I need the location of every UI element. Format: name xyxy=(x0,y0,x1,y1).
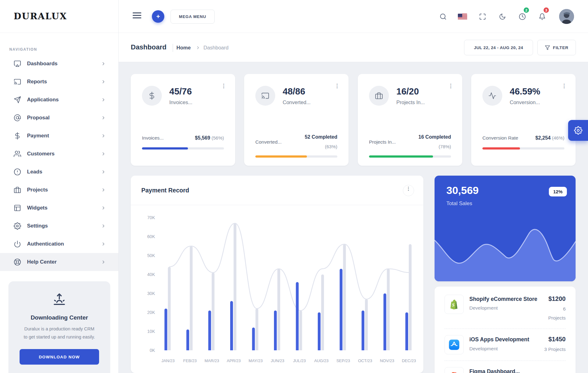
svg-text:MAR/23: MAR/23 xyxy=(205,358,219,363)
menu-icon[interactable] xyxy=(133,12,141,18)
clock-badge: 2 xyxy=(523,7,530,13)
payment-record-card: Payment Record ⋮ 0K10K20K30K40K50K60K70K… xyxy=(131,176,423,373)
project-category: Development xyxy=(469,305,548,311)
sidebar-item-label: Applications xyxy=(27,97,59,103)
gear-icon xyxy=(14,222,21,230)
sales-wave-chart xyxy=(435,228,576,281)
svg-text:JUL/23: JUL/23 xyxy=(293,358,306,363)
kebab-menu-icon[interactable]: ⋮ xyxy=(333,85,341,93)
stat-value: 45/76 xyxy=(169,86,192,97)
logo-box[interactable]: DURALUX xyxy=(0,0,118,33)
stat-footer-pct: (56%) xyxy=(212,135,224,140)
sidebar-item-label: Customers xyxy=(27,151,55,157)
divider xyxy=(444,329,566,329)
sidebar-item-applications[interactable]: Applications xyxy=(0,91,118,109)
project-amount: $1450 xyxy=(544,336,566,343)
sidebar-item-help-center[interactable]: Help Center xyxy=(0,253,118,271)
mega-menu-button[interactable]: MEGA MENU xyxy=(171,10,215,24)
bell-badge: 3 xyxy=(543,7,549,13)
svg-text:0K: 0K xyxy=(150,348,155,353)
sidebar-item-reports[interactable]: Reports xyxy=(0,73,118,91)
list-item[interactable]: iOS Apps Development Development $1450 3… xyxy=(444,335,566,354)
upload-icon xyxy=(51,291,67,307)
page-title: Dashboard xyxy=(131,43,166,51)
sidebar-item-authentication[interactable]: Authentication xyxy=(0,235,118,253)
sidebar-item-dashboards[interactable]: Dashboards xyxy=(0,55,118,73)
language-flag-icon[interactable] xyxy=(458,14,467,20)
bell-icon[interactable] xyxy=(539,13,546,20)
funnel-icon xyxy=(545,45,550,50)
svg-text:OCT/23: OCT/23 xyxy=(358,358,372,363)
app-store-icon xyxy=(444,335,464,354)
sidebar: DURALUX NAVIGATION Dashboards Reports Ap… xyxy=(0,0,119,373)
card-title: Payment Record xyxy=(141,187,189,194)
figma-icon xyxy=(444,367,464,373)
theme-customizer-button[interactable] xyxy=(568,120,588,141)
quick-add-button[interactable]: + xyxy=(152,10,164,23)
downloading-center-title: Downloading Center xyxy=(8,314,110,321)
stat-card-invoices: 45/76 Invoices... ⋮ Invoices... $5,569 (… xyxy=(131,74,235,166)
avatar[interactable] xyxy=(559,9,574,24)
chevron-right-icon xyxy=(101,151,106,156)
svg-text:20K: 20K xyxy=(147,310,155,315)
chevron-right-icon xyxy=(101,187,106,192)
progress-bar xyxy=(369,155,451,158)
kebab-menu-icon[interactable]: ⋮ xyxy=(560,85,568,93)
clock-icon[interactable] xyxy=(519,13,526,20)
stat-footer-value: 52 Completed xyxy=(305,134,337,140)
divider xyxy=(444,361,566,361)
svg-text:AUG/23: AUG/23 xyxy=(314,358,328,363)
svg-text:NOV/23: NOV/23 xyxy=(380,358,394,363)
kebab-menu-icon[interactable]: ⋮ xyxy=(220,85,228,93)
breadcrumb-home[interactable]: Home xyxy=(176,45,191,51)
svg-text:SEP/23: SEP/23 xyxy=(336,358,350,363)
fullscreen-icon[interactable] xyxy=(479,13,486,20)
total-sales-card: 30,569 Total Sales 12% xyxy=(435,176,576,281)
breadcrumb-current: Dashboard xyxy=(203,45,229,51)
stat-label: Converted... xyxy=(283,99,311,105)
stat-label: Projects In... xyxy=(396,99,425,105)
kebab-menu-icon[interactable]: ⋮ xyxy=(403,185,414,196)
life-buoy-icon xyxy=(14,258,21,266)
chevron-right-icon xyxy=(196,45,200,50)
list-item[interactable]: Figma Dashboard... xyxy=(444,367,566,373)
sidebar-item-payment[interactable]: Payment xyxy=(0,127,118,145)
stat-card-converted: 48/86 Converted... ⋮ Converted... 52 Com… xyxy=(244,74,349,166)
kebab-menu-icon[interactable]: ⋮ xyxy=(447,85,455,93)
sidebar-item-settings[interactable]: Settings xyxy=(0,217,118,235)
projects-list-card: S Shopify eCommerce Store Development $1… xyxy=(435,287,576,373)
date-range-button[interactable]: JUL 22, 24 - AUG 20, 24 xyxy=(464,40,533,55)
project-title: Shopify eCommerce Store xyxy=(469,295,548,303)
cast-icon xyxy=(255,86,275,106)
search-icon[interactable] xyxy=(440,13,447,20)
total-sales-label: Total Sales xyxy=(446,200,472,207)
sidebar-item-label: Settings xyxy=(27,223,48,229)
stat-footer-value: $5,569 xyxy=(195,135,210,140)
sidebar-item-label: Projects xyxy=(27,187,48,193)
svg-text:70K: 70K xyxy=(147,215,155,220)
svg-text:50K: 50K xyxy=(147,253,155,258)
gear-icon xyxy=(574,126,582,135)
stat-footer-label: Converted... xyxy=(255,139,281,145)
svg-text:DEC/23: DEC/23 xyxy=(402,358,416,363)
stat-footer-value: 16 Completed xyxy=(418,134,451,140)
stat-label: Conversion... xyxy=(510,99,540,105)
stat-card-conversion: 46.59% Conversion... ⋮ Conversion Rate $… xyxy=(471,74,576,166)
download-now-button[interactable]: DOWNLOAD NOW xyxy=(20,349,99,365)
send-icon xyxy=(14,96,21,104)
svg-text:40K: 40K xyxy=(147,272,155,277)
svg-text:60K: 60K xyxy=(147,234,155,239)
sidebar-item-proposal[interactable]: Proposal xyxy=(0,109,118,127)
sidebar-item-leads[interactable]: Leads xyxy=(0,163,118,181)
sidebar-item-customers[interactable]: Customers xyxy=(0,145,118,163)
sidebar-item-widgets[interactable]: Widgets xyxy=(0,199,118,217)
users-icon xyxy=(14,150,21,158)
list-item[interactable]: S Shopify eCommerce Store Development $1… xyxy=(444,295,566,322)
dark-mode-moon-icon[interactable] xyxy=(499,13,506,20)
page-header: Dashboard Home Dashboard JUL 22, 24 - AU… xyxy=(119,33,588,62)
airplay-icon xyxy=(14,60,21,67)
sidebar-item-projects[interactable]: Projects xyxy=(0,181,118,199)
alert-circle-icon xyxy=(14,168,21,176)
progress-bar xyxy=(482,147,564,150)
filter-button[interactable]: FILTER xyxy=(537,40,576,55)
